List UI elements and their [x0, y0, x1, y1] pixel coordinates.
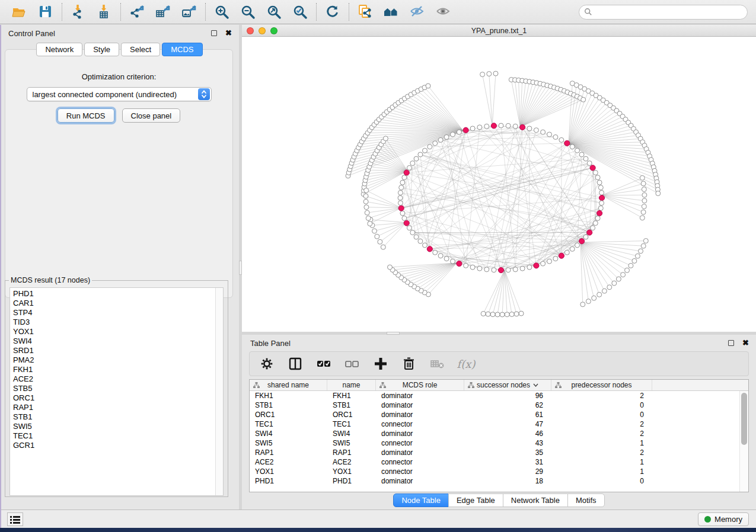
- graph-node[interactable]: [553, 134, 558, 139]
- graph-node[interactable]: [375, 234, 379, 239]
- graph-node[interactable]: [398, 196, 403, 200]
- graph-node[interactable]: [642, 204, 646, 209]
- graph-node[interactable]: [595, 216, 600, 220]
- mcds-node-item[interactable]: STP4: [13, 308, 215, 318]
- graph-node[interactable]: [486, 312, 490, 316]
- graph-node[interactable]: [398, 190, 403, 195]
- graph-node[interactable]: [656, 191, 661, 196]
- mcds-hub-node[interactable]: [559, 253, 564, 258]
- graph-node[interactable]: [470, 126, 475, 131]
- graph-node[interactable]: [640, 216, 645, 220]
- mcds-node-item[interactable]: TEC1: [13, 431, 215, 441]
- graph-node[interactable]: [398, 201, 403, 206]
- mcds-hub-node[interactable]: [599, 195, 604, 200]
- tab-motifs[interactable]: Motifs: [567, 493, 605, 507]
- refresh-view-button[interactable]: [324, 3, 342, 21]
- graph-node[interactable]: [400, 180, 405, 185]
- graph-node[interactable]: [641, 181, 646, 186]
- graph-node[interactable]: [640, 175, 645, 180]
- graph-node[interactable]: [438, 254, 443, 258]
- graph-node[interactable]: [547, 132, 552, 137]
- zoom-out-button[interactable]: [239, 3, 257, 21]
- split-columns-button[interactable]: [288, 356, 303, 371]
- graph-node[interactable]: [444, 134, 449, 139]
- graph-node[interactable]: [583, 156, 588, 161]
- mcds-hub-node[interactable]: [579, 239, 585, 244]
- graph-node[interactable]: [595, 175, 600, 180]
- graph-node[interactable]: [527, 265, 532, 270]
- graph-node[interactable]: [599, 190, 604, 195]
- graph-node[interactable]: [451, 132, 455, 137]
- graph-node[interactable]: [480, 72, 485, 77]
- graph-node[interactable]: [570, 246, 575, 251]
- graph-node[interactable]: [490, 312, 495, 317]
- graph-node[interactable]: [553, 257, 558, 261]
- graph-node[interactable]: [366, 216, 371, 220]
- graph-node[interactable]: [410, 230, 415, 235]
- import-network-button[interactable]: [69, 3, 87, 21]
- graph-node[interactable]: [575, 148, 580, 153]
- graph-node[interactable]: [593, 221, 598, 226]
- mcds-hub-node[interactable]: [398, 206, 404, 211]
- graph-node[interactable]: [541, 261, 546, 266]
- graph-node[interactable]: [641, 210, 646, 214]
- create-column-button[interactable]: [373, 356, 388, 371]
- zoom-fit-button[interactable]: [265, 3, 283, 21]
- graph-node[interactable]: [641, 243, 646, 248]
- hide-selected-button[interactable]: [409, 3, 426, 21]
- float-panel-icon[interactable]: [211, 30, 217, 36]
- column-header-MCDS-role[interactable]: MCDS role: [376, 380, 464, 390]
- mcds-hub-node[interactable]: [404, 220, 409, 226]
- open-file-button[interactable]: [11, 3, 28, 21]
- close-panel-icon[interactable]: ✖: [742, 340, 749, 346]
- close-panel-icon[interactable]: ✖: [225, 30, 232, 36]
- graph-node[interactable]: [364, 205, 369, 210]
- graph-node[interactable]: [363, 194, 368, 198]
- graph-node[interactable]: [423, 243, 428, 248]
- graph-node[interactable]: [492, 268, 496, 273]
- mcds-hub-node[interactable]: [564, 140, 570, 146]
- mcds-node-item[interactable]: PMA2: [13, 355, 215, 365]
- graph-node[interactable]: [414, 235, 419, 239]
- graph-node[interactable]: [481, 312, 486, 316]
- graph-node[interactable]: [470, 265, 475, 270]
- mcds-node-item[interactable]: ORC1: [13, 393, 215, 403]
- graph-node[interactable]: [513, 124, 518, 129]
- graph-node[interactable]: [388, 265, 393, 270]
- search-box[interactable]: [579, 5, 748, 20]
- tab-node-table[interactable]: Node Table: [393, 493, 449, 507]
- graph-node[interactable]: [433, 250, 438, 255]
- graph-node[interactable]: [564, 250, 569, 255]
- mcds-hub-node[interactable]: [520, 124, 525, 130]
- graph-node[interactable]: [586, 299, 591, 304]
- graph-node[interactable]: [428, 145, 432, 149]
- close-window-icon[interactable]: [247, 27, 254, 34]
- mcds-hub-node[interactable]: [427, 246, 432, 252]
- mcds-node-item[interactable]: SWI4: [13, 336, 215, 346]
- graph-node[interactable]: [547, 259, 552, 264]
- graph-node[interactable]: [477, 125, 482, 130]
- graph-node[interactable]: [541, 130, 546, 134]
- tab-network-table[interactable]: Network Table: [503, 493, 568, 507]
- graph-node[interactable]: [433, 141, 438, 146]
- show-all-button[interactable]: [435, 3, 452, 21]
- graph-node[interactable]: [495, 312, 500, 317]
- close-panel-button[interactable]: Close panel: [122, 108, 181, 123]
- mcds-list-scrollbar[interactable]: [215, 288, 223, 495]
- tab-network[interactable]: Network: [36, 43, 82, 56]
- graph-node[interactable]: [363, 199, 368, 204]
- graph-node[interactable]: [484, 267, 489, 272]
- graph-node[interactable]: [487, 72, 492, 76]
- graph-node[interactable]: [383, 136, 388, 141]
- mcds-node-item[interactable]: YOX1: [13, 327, 215, 336]
- export-network-button[interactable]: [128, 3, 146, 21]
- graph-node[interactable]: [581, 97, 586, 102]
- graph-node[interactable]: [592, 296, 596, 300]
- deselect-all-rows-button[interactable]: [344, 356, 360, 371]
- zoom-selected-button[interactable]: [291, 3, 309, 21]
- mcds-hub-node[interactable]: [404, 170, 409, 175]
- graph-node[interactable]: [402, 216, 407, 220]
- network-search-input[interactable]: [596, 8, 742, 16]
- graph-node[interactable]: [597, 292, 602, 297]
- graph-node[interactable]: [534, 128, 538, 133]
